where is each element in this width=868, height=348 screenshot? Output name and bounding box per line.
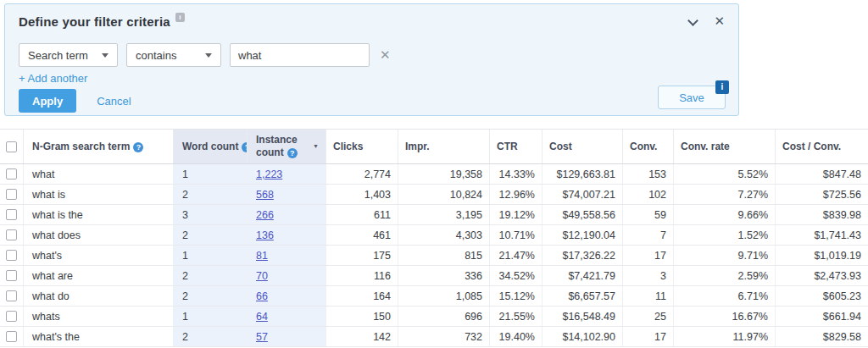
row-checkbox[interactable] <box>6 168 17 180</box>
cell-cost: $16,548.49 <box>542 307 623 326</box>
cell-conv: 17 <box>623 327 674 346</box>
column-header-label: Cost / Conv. <box>782 141 861 152</box>
cell-conv: 17 <box>623 246 674 265</box>
close-icon[interactable]: ✕ <box>714 16 725 26</box>
instance-count-link[interactable]: 266 <box>256 209 274 221</box>
cell-conv: 59 <box>623 205 674 224</box>
cell-impr: 336 <box>398 266 490 285</box>
cell-ctr: 12.96% <box>490 185 542 204</box>
cell-conv: 153 <box>623 164 674 184</box>
cell-instance-count: 81 <box>248 246 326 265</box>
column-header-text: Cost / Conv. <box>782 141 841 152</box>
instance-count-link[interactable]: 1,223 <box>256 168 282 180</box>
cell-term: what's <box>24 246 174 265</box>
cell-cost-per-conv: $1,019.19 <box>776 246 868 265</box>
cell-conv-rate: 9.71% <box>674 246 776 265</box>
row-select-cell <box>0 286 24 306</box>
table-row: what do2661641,08515.12%$6,657.57116.71%… <box>0 286 868 307</box>
instance-count-link[interactable]: 568 <box>256 189 274 201</box>
panel-title: Define your filter criteria <box>19 14 170 29</box>
table-row: what's18117581521.47%$17,326.22179.71%$1… <box>0 246 868 266</box>
cell-term: what is the <box>24 205 174 224</box>
cell-instance-count: 136 <box>248 225 326 245</box>
cell-cost-per-conv: $847.48 <box>776 164 868 184</box>
column-header-word-count[interactable]: Word count? <box>174 130 248 163</box>
collapse-chevron-icon[interactable] <box>688 17 697 25</box>
row-select-cell <box>0 307 24 326</box>
row-checkbox[interactable] <box>6 290 17 301</box>
column-header-ctr[interactable]: CTR <box>490 130 542 163</box>
sort-desc-icon[interactable]: ▼ <box>313 143 319 151</box>
column-header-text: CTR <box>497 141 518 152</box>
cell-word-count: 2 <box>174 286 248 306</box>
instance-count-link[interactable]: 64 <box>256 311 268 323</box>
cell-impr: 19,358 <box>398 164 490 184</box>
select-all-checkbox[interactable] <box>6 141 17 152</box>
cell-conv: 25 <box>623 307 674 326</box>
instance-count-link[interactable]: 81 <box>256 250 268 262</box>
row-checkbox[interactable] <box>6 229 17 240</box>
cell-ctr: 21.55% <box>490 307 542 326</box>
instance-count-link[interactable]: 57 <box>256 331 268 343</box>
instance-count-link[interactable]: 70 <box>256 270 268 282</box>
instance-count-link[interactable]: 66 <box>256 290 268 302</box>
row-select-cell <box>0 185 24 204</box>
column-header-impr[interactable]: Impr. <box>398 130 490 163</box>
help-icon[interactable]: ? <box>287 148 298 158</box>
column-header-label: Impr. <box>405 141 482 152</box>
instance-count-link[interactable]: 136 <box>256 229 274 241</box>
cell-term: what do <box>24 286 174 306</box>
row-select-cell <box>0 266 24 285</box>
table-row: whats16415069621.55%$16,548.492516.67%$6… <box>0 307 868 327</box>
clear-filter-icon[interactable]: ✕ <box>380 47 391 63</box>
table-row: what is the32666113,19519.12%$49,558.565… <box>0 205 868 225</box>
filter-field-value: Search term <box>28 49 88 62</box>
column-header-label: Conv. rate <box>681 141 768 152</box>
cell-cost: $17,326.22 <box>542 246 623 265</box>
cell-word-count: 3 <box>174 205 248 224</box>
row-checkbox[interactable] <box>6 270 17 281</box>
filter-field-select[interactable]: Search term <box>19 43 118 67</box>
column-header-clicks[interactable]: Clicks <box>326 130 398 163</box>
table-header: N-Gram search term?Word count?Instance c… <box>0 129 868 164</box>
column-header-conv-rate[interactable]: Conv. rate <box>674 130 776 163</box>
cell-cost: $7,421.79 <box>542 266 623 285</box>
cell-ctr: 10.71% <box>490 225 542 245</box>
column-header-cost[interactable]: Cost <box>542 130 623 163</box>
cell-cost: $129,663.81 <box>542 164 623 184</box>
cell-term: what are <box>24 266 174 285</box>
column-header-conv[interactable]: Conv. <box>623 130 674 163</box>
row-checkbox[interactable] <box>6 311 17 322</box>
row-select-cell <box>0 205 24 224</box>
row-checkbox[interactable] <box>6 331 17 342</box>
column-header-cost-conv[interactable]: Cost / Conv. <box>776 130 868 163</box>
cell-cost-per-conv: $2,473.93 <box>776 266 868 285</box>
add-another-link[interactable]: + Add another <box>19 72 87 85</box>
cell-cost: $14,102.90 <box>542 327 623 346</box>
apply-button[interactable]: Apply <box>19 89 76 113</box>
column-header-label: CTR <box>497 141 535 152</box>
column-header-label: Clicks <box>333 141 391 152</box>
row-checkbox[interactable] <box>6 209 17 220</box>
row-checkbox[interactable] <box>6 250 17 261</box>
cell-impr: 1,085 <box>398 286 490 306</box>
cell-word-count: 2 <box>174 225 248 245</box>
column-header-instance-count[interactable]: Instance count?▼ <box>248 130 326 163</box>
cell-cost-per-conv: $725.56 <box>776 185 868 204</box>
cancel-button[interactable]: Cancel <box>97 95 131 108</box>
filter-value-input[interactable] <box>230 43 370 67</box>
cell-impr: 4,303 <box>398 225 490 245</box>
cell-impr: 815 <box>398 246 490 265</box>
column-header-label: Instance count? <box>256 134 309 159</box>
filter-operator-select[interactable]: contains <box>126 43 221 67</box>
cell-word-count: 2 <box>174 266 248 285</box>
cell-term: what does <box>24 225 174 245</box>
cell-clicks: 150 <box>326 307 398 326</box>
column-header-n-gram-search-term[interactable]: N-Gram search term? <box>24 130 174 163</box>
help-icon[interactable]: ? <box>133 142 143 152</box>
cell-instance-count: 64 <box>248 307 326 326</box>
cell-cost: $74,007.21 <box>542 185 623 204</box>
table-row: what does21364614,30310.71%$12,190.0471.… <box>0 225 868 246</box>
column-header-text: Word count <box>182 141 238 152</box>
row-checkbox[interactable] <box>6 189 17 200</box>
